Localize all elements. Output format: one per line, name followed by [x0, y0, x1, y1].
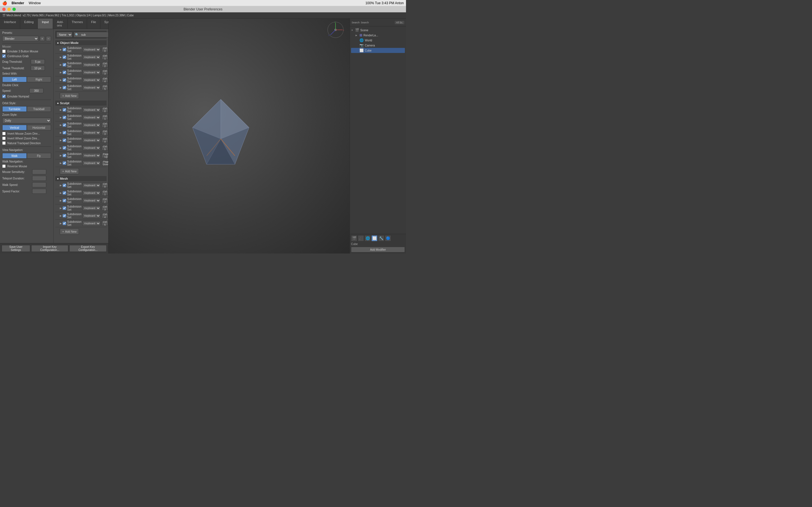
kb-checkbox[interactable] [63, 108, 66, 112]
sculpt-header[interactable]: ● Sculpt [55, 101, 107, 106]
kb-key[interactable]: Ctrl 5 [101, 145, 108, 151]
kb-key[interactable]: Ctrl 0 [101, 47, 108, 52]
presets-dropdown[interactable]: Blender [2, 36, 39, 41]
kb-checkbox[interactable] [63, 138, 66, 142]
add-preset-button[interactable]: + [40, 36, 45, 41]
kb-checkbox[interactable] [63, 207, 66, 210]
expand-icon[interactable]: ▶ [60, 56, 62, 59]
expand-icon[interactable]: ▶ [60, 48, 62, 51]
tab-interface[interactable]: Interface [0, 18, 20, 29]
expand-icon[interactable]: ▶ [60, 207, 62, 210]
expand-icon[interactable]: ▶ [60, 71, 62, 74]
kb-type-dropdown[interactable]: Keyboard [82, 145, 101, 151]
zoom-dolly-dropdown[interactable]: Dolly [2, 118, 51, 123]
view-label[interactable]: Search [352, 21, 360, 24]
tab-file[interactable]: File [87, 18, 100, 29]
kb-key[interactable]: Ctrl 5 [101, 85, 108, 90]
scene-item-renderlayer[interactable]: ▶ ⊞ RenderLa... [351, 33, 405, 38]
kb-type-dropdown[interactable]: Keyboard [82, 107, 101, 112]
close-button[interactable] [2, 8, 6, 11]
expand-icon[interactable]: ▶ [60, 199, 62, 202]
import-key-config-button[interactable]: Import Key Configuration... [31, 245, 68, 252]
kb-key[interactable]: Ctrl 4 [101, 138, 108, 143]
mesh-header[interactable]: ● Mesh [55, 176, 107, 181]
kb-type-dropdown[interactable]: Keyboard [82, 47, 101, 52]
kb-checkbox[interactable] [63, 191, 66, 194]
invert-wheel-zoom-checkbox[interactable] [2, 136, 6, 140]
kb-checkbox[interactable] [63, 222, 66, 225]
kb-type-dropdown[interactable]: Keyboard [82, 183, 101, 188]
kb-key[interactable]: Page Up [101, 153, 108, 158]
drag-threshold-input[interactable]: 5 px [31, 59, 45, 64]
walk-button[interactable]: Walk [2, 153, 27, 159]
kb-type-dropdown[interactable]: Keyboard [82, 115, 101, 120]
kb-type-dropdown[interactable]: Keyboard [82, 62, 101, 67]
kb-type-dropdown[interactable]: Keyboard [82, 161, 101, 166]
reverse-mouse-checkbox[interactable] [2, 165, 6, 168]
continuous-grab-checkbox[interactable] [2, 54, 6, 58]
add-new-mesh-button[interactable]: + Add New [60, 228, 79, 235]
kb-key[interactable]: Ctrl 3 [101, 206, 108, 211]
expand-icon[interactable]: ▶ [60, 116, 62, 119]
kb-key[interactable]: Ctrl 2 [101, 122, 108, 128]
kb-type-dropdown[interactable]: Keyboard [82, 198, 101, 203]
maximize-button[interactable] [12, 8, 16, 11]
render-properties-button[interactable]: 🎬 [351, 235, 357, 241]
window-controls[interactable] [2, 8, 16, 11]
kb-type-dropdown[interactable]: Keyboard [82, 85, 101, 90]
kb-checkbox[interactable] [63, 146, 66, 150]
kb-key[interactable]: Ctrl 2 [101, 198, 108, 203]
kb-key[interactable]: Ctrl 0 [101, 107, 108, 112]
speed-input[interactable]: 350 [29, 88, 43, 93]
kb-key[interactable]: Ctrl 1 [101, 115, 108, 120]
expand-icon[interactable]: ▶ [60, 214, 62, 217]
kb-key[interactable]: Ctrl 1 [101, 55, 108, 60]
expand-icon[interactable]: ▶ [60, 86, 62, 89]
fly-button[interactable]: Fly [27, 153, 51, 159]
kb-type-dropdown[interactable]: Keyboard [82, 130, 101, 135]
kb-checkbox[interactable] [63, 78, 66, 82]
save-user-settings-button[interactable]: Save User Settings [2, 245, 30, 252]
kb-checkbox[interactable] [63, 116, 66, 119]
speed-factor-input[interactable]: 5.000 [32, 189, 46, 194]
kb-type-dropdown[interactable]: Keyboard [82, 55, 101, 60]
kb-checkbox[interactable] [63, 86, 66, 89]
kb-type-dropdown[interactable]: Keyboard [82, 213, 101, 218]
kb-key[interactable]: Ctrl 2 [101, 62, 108, 67]
kb-type-dropdown[interactable]: Keyboard [82, 138, 101, 143]
add-new-sculpt-button[interactable]: + Add New [60, 168, 79, 174]
natural-trackpad-checkbox[interactable] [2, 142, 6, 145]
kb-checkbox[interactable] [63, 131, 66, 134]
filter-type-dropdown[interactable]: Name [56, 32, 72, 38]
trackball-button[interactable]: Trackball [27, 106, 51, 112]
kb-checkbox[interactable] [63, 55, 66, 59]
kb-type-dropdown[interactable]: Keyboard [82, 153, 101, 158]
kb-type-dropdown[interactable]: Keyboard [82, 70, 101, 75]
walk-speed-input[interactable]: 2.500 [32, 182, 46, 187]
material-properties-button[interactable]: 🔵 [385, 235, 391, 241]
teleport-duration-input[interactable]: 0.200 [32, 176, 46, 181]
object-properties-button[interactable]: ⬜ [371, 235, 377, 241]
select-left-button[interactable]: Left [2, 76, 27, 82]
kb-type-dropdown[interactable]: Keyboard [82, 77, 101, 82]
scene-item-scene[interactable]: ▼ 🎬 Scene [351, 27, 405, 33]
kb-checkbox[interactable] [63, 71, 66, 74]
apple-menu[interactable]: 🍎 [2, 1, 7, 5]
kb-type-dropdown[interactable]: Keyboard [82, 206, 101, 211]
tab-input[interactable]: Input [38, 18, 53, 29]
kb-key[interactable]: Ctrl 3 [101, 130, 108, 135]
emulate-numpad-checkbox[interactable] [2, 95, 6, 98]
world-properties-button[interactable]: 🌐 [364, 235, 371, 241]
kb-checkbox[interactable] [63, 154, 66, 157]
kb-key[interactable]: Ctrl 0 [101, 183, 108, 188]
expand-icon[interactable]: ▶ [60, 124, 62, 126]
expand-icon[interactable]: ▶ [60, 108, 62, 111]
tab-addons[interactable]: Add-ons [53, 18, 68, 29]
expand-icon[interactable]: ▶ [60, 184, 62, 187]
search-icon-label[interactable]: Search [361, 21, 369, 24]
tab-editing[interactable]: Editing [20, 18, 38, 29]
expand-icon[interactable]: ▶ [60, 63, 62, 66]
kb-checkbox[interactable] [63, 123, 66, 127]
kb-key[interactable]: Ctrl 1 [101, 190, 108, 195]
zoom-vertical-button[interactable]: Vertical [2, 125, 27, 130]
